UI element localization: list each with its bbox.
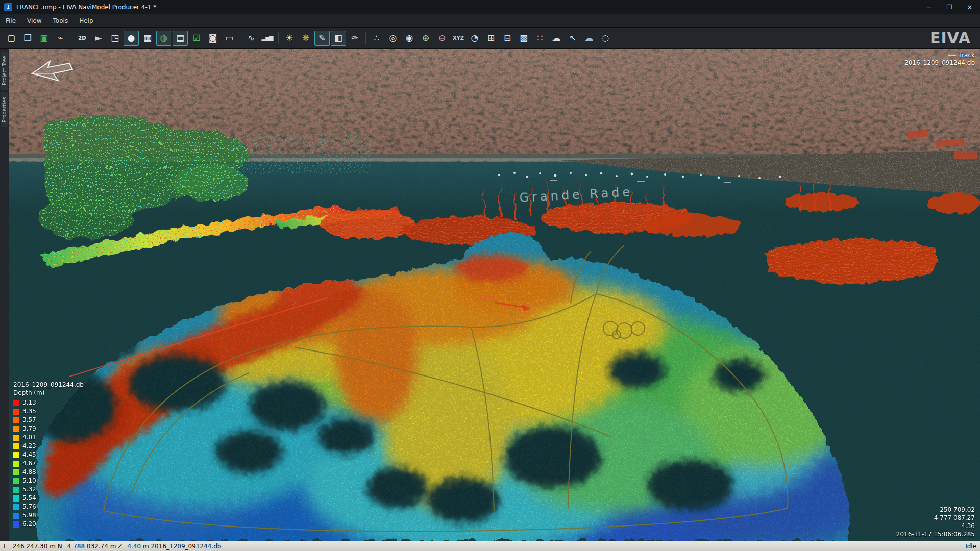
profile-chart-icon[interactable]: ∿ [243, 31, 259, 46]
pick-tool-icon-glyph: ✑ [351, 34, 358, 42]
legend-swatch [13, 435, 19, 441]
new-file-icon[interactable]: ▢ [4, 31, 19, 46]
legend-value: 4.88 [22, 468, 36, 476]
split-view-icon[interactable]: ◧ [331, 31, 346, 46]
legend-swatch [13, 504, 19, 510]
point-cloud-icon[interactable]: ∴ [369, 31, 384, 46]
plug-connector-icon-glyph: ⌁ [58, 34, 63, 42]
status-state: Idle [965, 543, 976, 550]
toolbar: ▢❐▣⌁2D►◳●▦◍▤☑◙▭∿▂▅▇☀❋✎◧✑∴◎◉⊕⊖XYZ◔⊞⊟▩∷☁↖☁… [0, 28, 980, 49]
eiva-logo: EIVA [930, 29, 977, 47]
menu-view[interactable]: View [21, 15, 47, 27]
cyclone-filter-icon-glyph: ◔ [471, 34, 479, 42]
side-tab-project-tree[interactable]: Project Tree [1, 51, 8, 90]
plug-connector-icon[interactable]: ⌁ [53, 31, 68, 46]
clip-box-icon[interactable]: ▩ [516, 31, 531, 46]
legend-swatch [13, 469, 19, 475]
legend-value: 4.67 [22, 460, 36, 467]
sun-icon-glyph: ☀ [285, 34, 293, 42]
menu-tools[interactable]: Tools [47, 15, 74, 27]
sun-icon[interactable]: ☀ [282, 31, 297, 46]
legend-value: 3.57 [22, 416, 36, 424]
open-folder-icon[interactable]: ❐ [20, 31, 35, 46]
track-panel: Track 2016_1209_091244.db [904, 52, 975, 67]
legend-swatch [13, 513, 19, 519]
track-database: 2016_1209_091244.db [904, 59, 975, 67]
remove-grid-icon[interactable]: ⊟ [500, 31, 515, 46]
legend-swatch [13, 521, 19, 528]
menu-bar: FileViewToolsHelp [0, 14, 980, 28]
scale-label: 10 m [475, 293, 493, 302]
cloud-icon[interactable]: ☁ [549, 31, 564, 46]
save-icon[interactable]: ▣ [36, 31, 52, 46]
status-bar: E=246 247.30 m N=4 788 032.74 m Z=4.40 m… [0, 541, 980, 551]
remove-point-icon[interactable]: ⊖ [434, 31, 450, 46]
ruler-icon[interactable]: ▭ [222, 31, 237, 46]
north-pointer-icon-glyph: ► [95, 34, 102, 42]
legend-entry: 5.10 [13, 477, 84, 485]
legend-value: 4.45 [22, 451, 36, 459]
select-arrow-icon-glyph: ↖ [569, 34, 576, 42]
scatter-points-icon[interactable]: ∷ [532, 31, 548, 46]
camera-icon[interactable]: ◙ [205, 31, 220, 46]
legend-value: 4.23 [22, 442, 36, 450]
legend-value: 3.79 [22, 425, 36, 433]
track-label: Track [959, 52, 975, 59]
add-grid-icon[interactable]: ⊞ [483, 31, 499, 46]
add-point-icon[interactable]: ⊕ [418, 31, 433, 46]
checkbox-icon[interactable]: ☑ [189, 31, 204, 46]
legend-swatch [13, 409, 19, 415]
title-bar: ↓ FRANCE.nmp - EIVA NaviModel Producer 4… [0, 0, 980, 14]
globe-icon-glyph: ◍ [160, 34, 168, 42]
profile-edit-icon-glyph: ✎ [318, 34, 326, 42]
legend-value: 3.13 [22, 399, 36, 407]
pick-tool-icon[interactable]: ✑ [347, 31, 362, 46]
legend-value: 5.76 [22, 503, 36, 511]
app-icon: ↓ [4, 3, 12, 11]
view-2d-icon[interactable]: 2D [75, 31, 90, 46]
menu-help[interactable]: Help [74, 15, 99, 27]
xyz-export-icon-glyph: XYZ [453, 36, 464, 41]
cyclone-filter-icon[interactable]: ◔ [467, 31, 482, 46]
side-tab-properties[interactable]: Properties [1, 92, 8, 128]
palette-icon[interactable]: ❋ [298, 31, 313, 46]
lasso-icon[interactable]: ◌ [598, 31, 613, 46]
close-button[interactable]: ✕ [960, 0, 980, 14]
toolbar-separator [278, 32, 279, 44]
remove-point-icon-glyph: ⊖ [438, 34, 446, 42]
viewport-3d[interactable]: 10 m Grande Rade Track 2016_1209_091244.… [9, 49, 980, 541]
table-grid-icon-glyph: ▤ [176, 34, 184, 42]
xyz-export-icon[interactable]: XYZ [451, 31, 466, 46]
table-grid-icon[interactable]: ▤ [173, 31, 188, 46]
menu-file[interactable]: File [0, 15, 21, 27]
cloud-download-icon[interactable]: ☁ [581, 31, 597, 46]
cube-3d-icon[interactable]: ◳ [107, 31, 122, 46]
grid-icon-glyph: ▦ [143, 34, 152, 42]
new-file-icon-glyph: ▢ [7, 34, 15, 42]
profile-edit-icon[interactable]: ✎ [314, 31, 330, 46]
histogram-icon[interactable]: ▂▅▇ [260, 31, 275, 46]
clip-box-icon-glyph: ▩ [520, 34, 528, 42]
sphere-icon[interactable]: ● [124, 31, 139, 46]
north-pointer-icon[interactable]: ► [91, 31, 106, 46]
split-view-icon-glyph: ◧ [334, 34, 342, 42]
maximize-button[interactable]: ❐ [939, 0, 960, 14]
globe-icon[interactable]: ◍ [156, 31, 172, 46]
legend-swatch [13, 426, 19, 432]
minimize-button[interactable]: ─ [919, 0, 939, 14]
legend-swatch [13, 417, 19, 423]
legend-swatch [13, 400, 19, 406]
open-folder-icon-glyph: ❐ [23, 34, 31, 42]
legend-title: 2016_1209_091244.db [13, 381, 84, 389]
legend-entry: 5.54 [13, 494, 84, 503]
legend-entries: 3.133.353.573.794.014.234.454.674.885.10… [13, 398, 84, 529]
legend-entry: 4.45 [13, 450, 84, 459]
scatter-points-icon-glyph: ∷ [537, 34, 543, 42]
smoothing-icon[interactable]: ◎ [385, 31, 401, 46]
toolbar-separator [365, 32, 366, 44]
grid-icon[interactable]: ▦ [140, 31, 155, 46]
filter-icon[interactable]: ◉ [402, 31, 417, 46]
select-arrow-icon[interactable]: ↖ [565, 31, 580, 46]
legend-value: 5.10 [22, 477, 36, 485]
legend-entry: 3.57 [13, 416, 84, 424]
